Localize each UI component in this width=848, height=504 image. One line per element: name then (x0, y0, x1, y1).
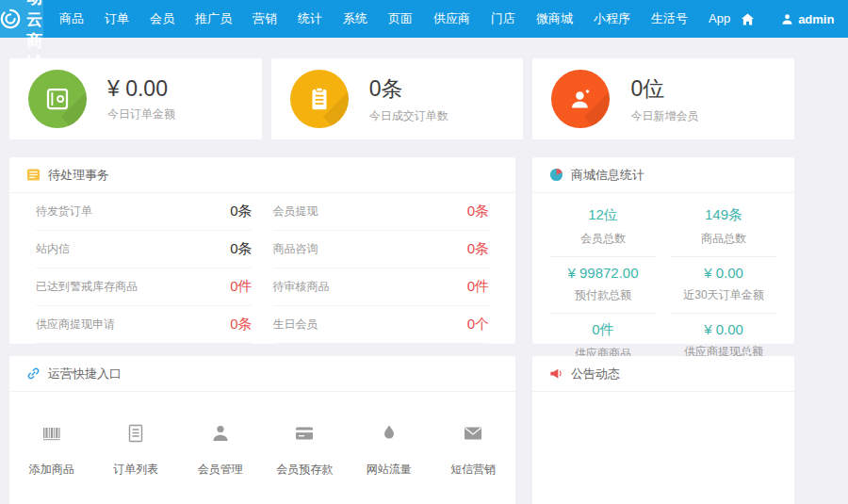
pie-chart-icon (549, 168, 563, 182)
top-navbar: 移动云商城 商品 订单 会员 推广员 营销 统计 系统 页面 供应商 门店 微商… (0, 0, 848, 38)
main-menu: 商品 订单 会员 推广员 营销 统计 系统 页面 供应商 门店 微商城 小程序 … (49, 0, 741, 38)
menu-item-orders[interactable]: 订单 (94, 0, 139, 38)
task-value: 0件 (467, 278, 489, 296)
menu-item-supplier[interactable]: 供应商 (423, 0, 481, 38)
menu-item-marketing[interactable]: 营销 (242, 0, 287, 38)
user-menu[interactable]: admin (781, 12, 834, 26)
menu-item-miniprogram[interactable]: 小程序 (583, 0, 641, 38)
today-deal-orders-label: 今日成交订单数 (369, 108, 448, 124)
pending-tasks-header: 待处理事务 (9, 157, 515, 193)
today-new-members-label: 今日新增会员 (630, 108, 698, 124)
link-icon (26, 366, 41, 381)
shortcut-site-traffic[interactable]: 网站流量 (347, 422, 432, 478)
mall-stats-header: 商城信息统计 (532, 157, 794, 193)
stat-total-goods: 149条 商品总数 (670, 199, 777, 257)
quick-entry-header: 运营快捷入口 (9, 356, 515, 392)
menu-item-goods[interactable]: 商品 (49, 0, 94, 38)
task-value: 0件 (230, 278, 252, 296)
today-deal-orders-value: 0条 (369, 74, 448, 104)
member-icon (178, 422, 263, 445)
menu-item-app[interactable]: App (698, 0, 741, 38)
user-name: admin (798, 12, 834, 26)
mall-stats-panel: 商城信息统计 12位 会员总数 149条 商品总数 ¥ 99872.00 预付款… (532, 157, 794, 344)
safe-icon (28, 70, 87, 128)
bank-card-icon (263, 422, 348, 445)
menu-item-pages[interactable]: 页面 (378, 0, 423, 38)
shortcut-add-goods[interactable]: 添加商品 (9, 422, 94, 478)
card-today-new-members: 0位 今日新增会员 (532, 58, 794, 139)
swirl-logo-icon (0, 8, 21, 29)
shortcut-member-deposit[interactable]: 会员预存款 (263, 422, 348, 478)
stat-cards-row: ¥ 0.00 今日订单金额 0条 今日成交订单数 (9, 58, 794, 139)
notice-title: 公告动态 (571, 366, 620, 382)
menu-item-lifenumber[interactable]: 生活号 (641, 0, 698, 38)
task-value: 0条 (467, 203, 489, 220)
task-row-goods-review[interactable]: 待审核商品 0件 (273, 268, 490, 306)
pending-tasks-title: 待处理事务 (48, 167, 109, 184)
user-icon (781, 13, 793, 25)
task-value: 0条 (230, 240, 252, 258)
clipboard-icon (290, 70, 349, 128)
task-row-low-stock[interactable]: 已达到警戒库存商品 0件 (36, 268, 253, 306)
task-row-member-withdraw[interactable]: 会员提现 0条 (273, 193, 490, 231)
stat-total-members: 12位 会员总数 (549, 199, 657, 257)
logo[interactable]: 移动云商城 (0, 0, 43, 38)
card-today-deal-orders: 0条 今日成交订单数 (271, 58, 524, 139)
quick-entry-panel: 运营快捷入口 添加商品 (9, 356, 515, 504)
shortcut-sms-marketing[interactable]: 短信营销 (432, 422, 516, 478)
order-list-icon (94, 422, 179, 445)
task-row-birthday-members[interactable]: 生日会员 0个 (273, 306, 490, 344)
task-grid: 待发货订单 0条 会员提现 0条 站内信 0条 商品咨询 0条 已达到警戒库存商… (9, 193, 515, 344)
megaphone-icon (549, 366, 563, 381)
navbar-right: admin (741, 12, 848, 26)
menu-item-system[interactable]: 系统 (333, 0, 378, 38)
task-value: 0个 (467, 316, 489, 333)
today-order-amount-label: 今日订单金额 (107, 106, 175, 122)
menu-item-micromall[interactable]: 微商城 (526, 0, 583, 38)
menu-item-members[interactable]: 会员 (139, 0, 185, 38)
menu-item-store[interactable]: 门店 (481, 0, 526, 38)
shortcut-member-manage[interactable]: 会员管理 (178, 422, 263, 478)
menu-item-statistics[interactable]: 统计 (287, 0, 333, 38)
notice-panel: 公告动态 (532, 356, 794, 504)
stat-prepaid-total: ¥ 99872.00 预付款总额 (549, 257, 657, 314)
today-order-amount-value: ¥ 0.00 (107, 76, 175, 102)
task-value: 0条 (230, 203, 252, 220)
quick-entry-title: 运营快捷入口 (48, 366, 122, 382)
barcode-icon (9, 422, 94, 445)
envelope-icon (432, 422, 516, 445)
note-icon (26, 168, 41, 182)
menu-item-promoter[interactable]: 推广员 (185, 0, 242, 38)
pending-tasks-panel: 待处理事务 待发货订单 0条 会员提现 0条 站内信 0条 商品咨询 0条 (9, 157, 515, 344)
task-value: 0条 (467, 240, 489, 258)
task-row-pending-shipment[interactable]: 待发货订单 0条 (36, 193, 253, 231)
task-row-goods-consult[interactable]: 商品咨询 0条 (273, 231, 490, 268)
task-value: 0条 (230, 316, 252, 333)
dashboard: ¥ 0.00 今日订单金额 0条 今日成交订单数 (9, 58, 794, 504)
card-today-order-amount: ¥ 0.00 今日订单金额 (9, 58, 262, 139)
shortcut-row: 添加商品 订单列表 (9, 392, 515, 478)
shortcut-order-list[interactable]: 订单列表 (94, 422, 179, 478)
notice-header: 公告动态 (532, 356, 794, 392)
home-icon[interactable] (741, 12, 755, 26)
today-new-members-value: 0位 (630, 74, 698, 104)
mall-stats-title: 商城信息统计 (571, 167, 644, 184)
stat-grid: 12位 会员总数 149条 商品总数 ¥ 99872.00 预付款总额 ¥ 0.… (532, 193, 794, 371)
task-row-supplier-withdraw[interactable]: 供应商提现申请 0条 (36, 306, 253, 344)
stat-30d-order-amount: ¥ 0.00 近30天订单金额 (670, 257, 777, 314)
user-plus-icon (551, 70, 610, 128)
water-drop-icon (347, 422, 432, 445)
task-row-site-message[interactable]: 站内信 0条 (36, 231, 253, 268)
